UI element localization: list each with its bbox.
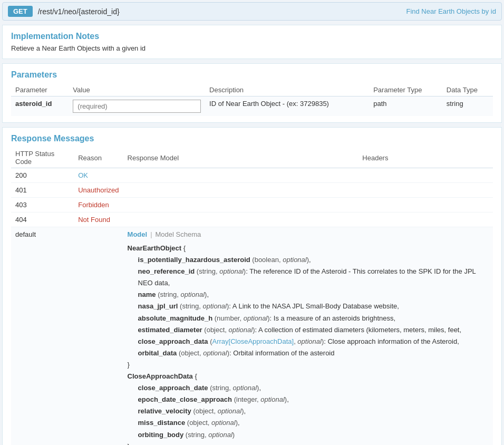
near-earth-object-classname: NearEarthObject <box>128 244 182 252</box>
col-status-code: HTTP Status Code <box>11 148 74 168</box>
implementation-notes-title: Implementation Notes <box>11 32 493 41</box>
http-method-badge: GET <box>8 6 33 17</box>
field-orbital-data-desc: Orbital information of the asteroid <box>233 349 334 357</box>
reason-ok: OK <box>74 168 123 183</box>
col-data-type: Data Type <box>442 84 493 96</box>
param-type: path <box>369 96 442 117</box>
table-row-default: default Model | Model Schema NearEarthOb… <box>11 227 493 446</box>
status-code-403: 403 <box>11 198 74 212</box>
reason-default <box>74 227 123 446</box>
headers-200 <box>358 168 493 183</box>
endpoint-path: /rest/v1/neo/{asteroid_id} <box>38 7 120 16</box>
field-name: name <box>138 291 156 298</box>
reason-403: Forbidden <box>74 198 123 212</box>
model-tabs: Model | Model Schema <box>128 230 489 238</box>
close-approach-data-fields: close_approach_date (string, optional), … <box>128 382 489 440</box>
headers-401 <box>358 183 493 198</box>
status-code-default: default <box>11 227 74 446</box>
asteroid-id-input[interactable] <box>73 100 201 113</box>
endpoint-bar: GET /rest/v1/neo/{asteroid_id} Find Near… <box>2 2 502 21</box>
field-nasa-jpl-url: nasa_jpl_url <box>138 302 178 310</box>
field-miss-distance: miss_distance <box>138 419 186 427</box>
model-content: NearEarthObject { is_potentially_hazardo… <box>128 243 489 445</box>
field-neo-reference-id: neo_reference_id <box>138 267 195 275</box>
field-is-potentially-hazardous: is_potentially_hazardous_asteroid <box>138 256 250 264</box>
status-code-200: 200 <box>11 168 74 183</box>
implementation-notes-description: Retieve a Near Earth Objects with a give… <box>11 44 493 52</box>
parameters-title: Parameters <box>11 70 493 80</box>
field-absolute-magnitude-desc: Is a measure of an asteroids brightness, <box>274 314 395 322</box>
response-messages-title: Response Messages <box>11 134 493 143</box>
col-param-type: Parameter Type <box>369 84 442 96</box>
tab-model-schema[interactable]: Model Schema <box>156 230 201 238</box>
tab-model[interactable]: Model <box>128 230 148 238</box>
col-value: Value <box>69 84 205 96</box>
col-headers: Headers <box>358 148 493 168</box>
param-data-type: string <box>442 96 493 117</box>
implementation-notes-section: Implementation Notes Retieve a Near Eart… <box>2 25 502 59</box>
reason-401: Unauthorized <box>74 183 123 198</box>
response-messages-section: Response Messages HTTP Status Code Reaso… <box>2 127 502 445</box>
reason-404: Not Found <box>74 212 123 227</box>
response-messages-table: HTTP Status Code Reason Response Model H… <box>11 148 493 445</box>
page-wrapper: GET /rest/v1/neo/{asteroid_id} Find Near… <box>0 0 504 445</box>
field-close-approach-date: close_approach_date <box>138 384 208 392</box>
parameters-table: Parameter Value Description Parameter Ty… <box>11 84 493 116</box>
response-model-200 <box>123 168 358 183</box>
endpoint-left: GET /rest/v1/neo/{asteroid_id} <box>8 6 120 17</box>
parameters-section: Parameters Parameter Value Description P… <box>2 63 502 123</box>
field-epoch-date-close-approach: epoch_date_close_approach <box>138 395 232 403</box>
param-name: asteroid_id <box>15 100 52 108</box>
field-relative-velocity: relative_velocity <box>138 407 191 415</box>
table-row: 200 OK <box>11 168 493 183</box>
endpoint-title: Find Near Earth Objects by id <box>406 7 496 15</box>
headers-404 <box>358 212 493 227</box>
field-orbiting-body: orbiting_body <box>138 431 184 439</box>
field-absolute-magnitude: absolute_magnitude_h <box>138 314 213 322</box>
near-earth-object-fields: is_potentially_hazardous_asteroid (boole… <box>128 254 489 359</box>
table-row: asteroid_id ID of Near Earth Object - (e… <box>11 96 493 117</box>
close-approach-data-classname: CloseApproachData <box>128 372 193 380</box>
table-row: 404 Not Found <box>11 212 493 227</box>
response-model-401 <box>123 183 358 198</box>
response-model-default: Model | Model Schema NearEarthObject { i… <box>123 227 493 446</box>
response-model-404 <box>123 212 358 227</box>
tab-divider: | <box>150 230 152 238</box>
field-estimated-diameter: estimated_diameter <box>138 326 202 334</box>
status-code-404: 404 <box>11 212 74 227</box>
field-close-approach-data: close_approach_data <box>138 337 208 345</box>
headers-403 <box>358 198 493 212</box>
field-estimated-diameter-desc: A collection of estimated diameters (kil… <box>258 326 461 334</box>
col-parameter: Parameter <box>11 84 69 96</box>
col-response-model: Response Model <box>123 148 358 168</box>
table-row: 401 Unauthorized <box>11 183 493 198</box>
col-description: Description <box>205 84 369 96</box>
field-nasa-jpl-url-desc: A Link to the NASA JPL Small-Body Databa… <box>232 302 399 310</box>
param-description: ID of Near Earth Object - (ex: 3729835) <box>205 96 369 117</box>
status-code-401: 401 <box>11 183 74 198</box>
field-orbital-data: orbital_data <box>138 349 177 357</box>
table-row: 403 Forbidden <box>11 198 493 212</box>
response-model-403 <box>123 198 358 212</box>
col-reason: Reason <box>74 148 123 168</box>
field-close-approach-data-desc: Close approach information of the Astero… <box>327 337 459 345</box>
